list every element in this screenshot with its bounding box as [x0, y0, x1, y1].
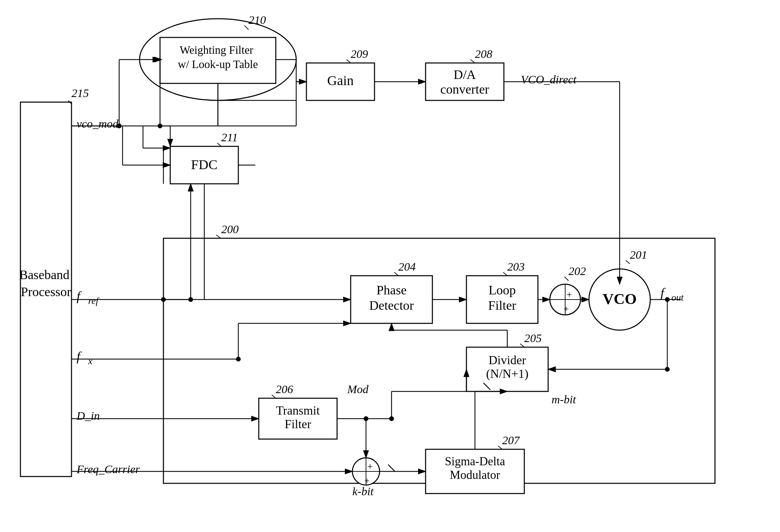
diagram-container: Baseband Processor 215 200 Weighting Fil… — [0, 0, 780, 532]
freq-carrier-label: Freq_Carrier — [76, 463, 140, 475]
svg-point-79 — [161, 297, 166, 302]
gain-label: Gain — [327, 73, 354, 88]
divider-label2: (N/N+1) — [486, 367, 528, 381]
ref-202: 202 — [569, 265, 586, 277]
vco-direct-label: VCO_direct — [521, 73, 577, 86]
phase-detector-label2: Detector — [369, 298, 414, 312]
ref-201: 201 — [630, 248, 647, 261]
sigma-delta-label2: Modulator — [450, 468, 500, 482]
ref-211: 211 — [221, 131, 238, 144]
svg-text:+: + — [563, 304, 569, 314]
ref-204: 204 — [398, 260, 416, 273]
ref-208: 208 — [475, 48, 492, 60]
ref-200: 200 — [221, 223, 239, 236]
ref-205: 205 — [524, 332, 542, 344]
loop-filter-label1: Loop — [489, 283, 516, 297]
vco-mod-label: vco_mod — [77, 117, 119, 130]
k-bit-label: k-bit — [352, 485, 374, 498]
vco-label: VCO — [603, 290, 637, 307]
svg-point-83 — [364, 416, 368, 421]
transmit-filter-label1: Transmit — [276, 404, 320, 417]
svg-text:+: + — [567, 289, 572, 300]
d-in-label: D_in — [76, 409, 100, 422]
svg-rect-2 — [0, 0, 780, 532]
ref-215: 215 — [71, 87, 89, 99]
svg-point-77 — [158, 124, 162, 128]
f-ref-sub: ref — [88, 295, 99, 306]
mod-label: Mod — [347, 383, 369, 396]
divider-label1: Divider — [489, 353, 526, 367]
svg-text:+: + — [367, 461, 373, 472]
svg-text:+: + — [364, 475, 370, 486]
svg-point-85 — [665, 367, 670, 372]
da-converter-label2: converter — [440, 82, 489, 96]
svg-point-84 — [389, 416, 394, 421]
transmit-filter-label2: Filter — [285, 417, 311, 431]
ref-210: 210 — [249, 14, 266, 26]
m-bit-label: m-bit — [552, 393, 576, 406]
svg-point-82 — [665, 297, 670, 302]
ref-207: 207 — [502, 434, 520, 447]
svg-point-80 — [188, 297, 193, 302]
fdc-label: FDC — [191, 157, 218, 172]
f-x-sub: x — [88, 356, 93, 366]
loop-filter-label2: Filter — [488, 298, 516, 312]
ref-209: 209 — [351, 48, 368, 60]
f-out-sub: out — [671, 292, 684, 303]
sigma-delta-label1: Sigma-Delta — [445, 455, 505, 468]
ref-206: 206 — [276, 383, 293, 396]
ref-203: 203 — [507, 260, 525, 273]
svg-point-78 — [117, 124, 122, 128]
da-converter-label: D/A — [453, 67, 476, 82]
svg-point-81 — [236, 357, 241, 361]
phase-detector-label1: Phase — [377, 283, 407, 297]
